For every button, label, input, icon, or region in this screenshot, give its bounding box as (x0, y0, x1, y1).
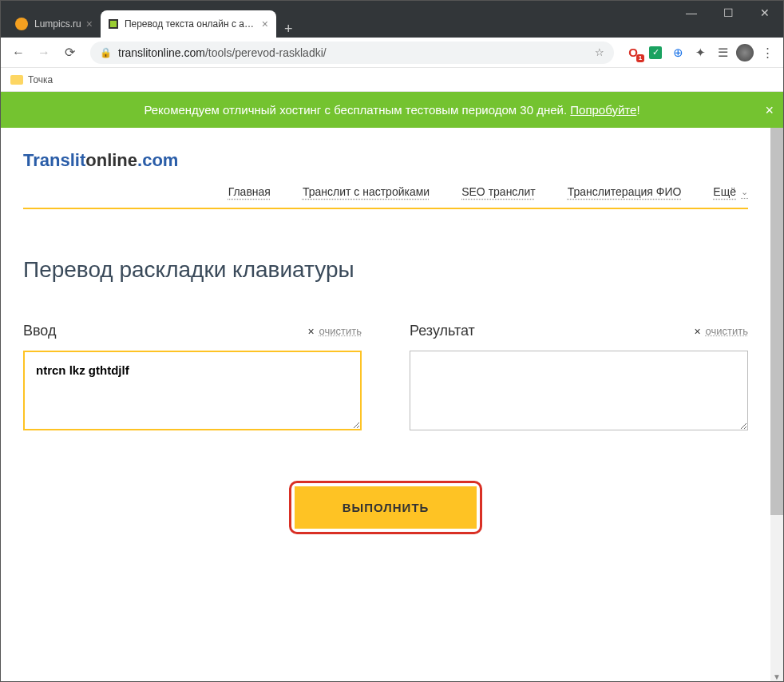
clear-label: очистить (706, 325, 748, 337)
titlebar: Lumpics.ru × Перевод текста онлайн с анг… (1, 1, 783, 38)
address-bar: ← → ⟳ 🔒 translitonline.com/tools/perevod… (1, 38, 783, 68)
tab-title: Перевод текста онлайн с англи (125, 18, 257, 30)
highlight-annotation: ВЫПОЛНИТЬ (289, 481, 483, 534)
close-button[interactable]: ✕ (746, 1, 783, 25)
input-clear-button[interactable]: × очистить (307, 325, 362, 338)
close-icon[interactable]: × (86, 18, 93, 30)
banner-text: Рекомендуем отличный хостинг с бесплатны… (144, 103, 570, 117)
input-panel: Ввод × очистить (23, 323, 362, 433)
output-panel: Результат × очистить (410, 323, 748, 433)
page-viewport: ▲ ▼ Рекомендуем отличный хостинг с беспл… (1, 92, 783, 682)
submit-button[interactable]: ВЫПОЛНИТЬ (295, 486, 477, 529)
clear-label: очистить (319, 325, 362, 337)
nav-fio-translit[interactable]: Транслитерация ФИО (568, 185, 682, 198)
output-textarea[interactable] (410, 351, 748, 430)
minimize-button[interactable]: — (673, 1, 710, 25)
output-header: Результат × очистить (410, 323, 748, 339)
extension-globe-icon[interactable]: ⊕ (668, 43, 687, 62)
extensions-icon[interactable]: ✦ (691, 43, 710, 62)
main-nav: Главная Транслит с настройками SEO транс… (23, 185, 748, 209)
bookmark-label: Точка (28, 74, 53, 85)
scroll-down-icon[interactable]: ▼ (770, 670, 783, 682)
page-content: Translitonline.com Главная Транслит с на… (1, 150, 770, 534)
folder-icon (10, 75, 23, 85)
browser-window: Lumpics.ru × Перевод текста онлайн с анг… (0, 0, 784, 682)
maximize-button[interactable]: ☐ (710, 1, 746, 25)
back-button[interactable]: ← (7, 42, 30, 64)
forward-button[interactable]: → (33, 42, 55, 64)
reload-button[interactable]: ⟳ (58, 42, 81, 64)
new-tab-button[interactable]: + (276, 21, 301, 38)
window-controls: — ☐ ✕ (673, 1, 783, 38)
close-icon: × (694, 325, 700, 338)
extension-check-icon[interactable]: ✓ (646, 43, 665, 62)
nav-translit-settings[interactable]: Транслит с настройками (303, 185, 430, 198)
close-icon: × (307, 325, 314, 338)
url-text: translitonline.com/tools/perevod-rasklad… (118, 46, 327, 59)
menu-icon[interactable]: ⋮ (758, 43, 777, 62)
tab-lumpics[interactable]: Lumpics.ru × (7, 10, 101, 38)
banner-exclaim: ! (636, 103, 639, 117)
input-label: Ввод (23, 323, 56, 339)
output-clear-button[interactable]: × очистить (694, 325, 748, 338)
scrollbar-thumb[interactable] (770, 92, 783, 515)
nav-home[interactable]: Главная (228, 185, 271, 198)
lock-icon: 🔒 (100, 47, 112, 58)
input-header: Ввод × очистить (23, 323, 362, 339)
nav-more[interactable]: Ещё⌄ (713, 185, 748, 198)
star-icon[interactable]: ☆ (595, 46, 604, 58)
promo-banner: Рекомендуем отличный хостинг с бесплатны… (1, 92, 783, 128)
nav-seo-translit[interactable]: SEO транслит (461, 185, 536, 198)
favicon-icon (109, 19, 118, 29)
output-label: Результат (410, 323, 475, 339)
tab-translit[interactable]: Перевод текста онлайн с англи × (101, 10, 276, 38)
extension-opera-icon[interactable]: O (624, 43, 643, 62)
io-panels: Ввод × очистить Результат × очистить (23, 323, 748, 433)
input-textarea[interactable] (23, 351, 362, 430)
page-title: Перевод раскладки клавиатуры (23, 257, 748, 283)
url-field[interactable]: 🔒 translitonline.com/tools/perevod-raskl… (90, 42, 614, 64)
close-icon[interactable]: × (262, 18, 268, 30)
profile-avatar[interactable] (735, 43, 754, 62)
banner-link[interactable]: Попробуйте (570, 103, 636, 117)
banner-close-icon[interactable]: × (765, 101, 774, 118)
bookmarks-bar: Точка (1, 68, 783, 92)
chevron-down-icon: ⌄ (741, 187, 748, 197)
submit-area: ВЫПОЛНИТЬ (23, 481, 748, 534)
tab-title: Lumpics.ru (34, 18, 81, 30)
site-logo[interactable]: Translitonline.com (23, 150, 748, 171)
favicon-icon (15, 18, 28, 30)
reading-list-icon[interactable]: ☰ (713, 43, 732, 62)
bookmark-folder[interactable]: Точка (10, 74, 53, 85)
